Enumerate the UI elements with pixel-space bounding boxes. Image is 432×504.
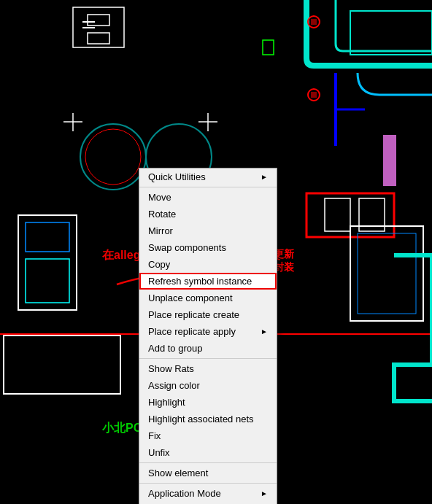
menu-item-highlight-associated[interactable]: Highlight associated nets [139,411,277,427]
menu-label: Highlight associated nets [148,414,254,424]
menu-separator-3 [139,462,277,463]
menu-item-place-replicate-create[interactable]: Place replicate create [139,306,277,323]
menu-label: Place replicate create [148,309,239,320]
menu-item-move[interactable]: Move [139,189,277,206]
menu-item-quick-utilities[interactable]: Quick Utilities ► [139,168,277,185]
menu-label: Unplace component [148,292,233,303]
context-menu: Quick Utilities ► Move Rotate Mirror Swa… [139,168,277,504]
menu-label: Copy [148,259,170,270]
svg-rect-10 [311,19,317,25]
svg-rect-16 [383,135,396,186]
menu-label: Show element [148,468,208,478]
menu-item-application-mode[interactable]: Application Mode ► [139,485,277,502]
menu-item-unfix[interactable]: Unfix [139,444,277,461]
menu-label: Assign color [148,380,200,391]
menu-label: Place replicate apply [148,326,236,337]
menu-item-unplace-component[interactable]: Unplace component [139,290,277,306]
submenu-arrow: ► [261,173,268,181]
menu-label: Application Mode [148,488,221,499]
menu-label: Move [148,192,171,203]
menu-label: Rotate [148,209,176,220]
menu-label: Unfix [148,447,170,458]
menu-item-highlight[interactable]: Highlight [139,394,277,411]
menu-label: Swap components [148,242,226,253]
menu-separator-2 [139,358,277,359]
submenu-arrow: ► [261,327,268,336]
menu-label: Fix [148,430,161,441]
menu-item-assign-color[interactable]: Assign color [139,377,277,394]
menu-item-place-replicate-apply[interactable]: Place replicate apply ► [139,323,277,340]
menu-label: Show Rats [148,363,194,374]
menu-item-refresh-symbol[interactable]: Refresh symbol instance [139,273,277,290]
menu-item-swap-components[interactable]: Swap components [139,239,277,256]
menu-item-copy[interactable]: Copy [139,256,277,273]
menu-item-show-rats[interactable]: Show Rats [139,360,277,377]
menu-label: Refresh symbol instance [148,276,252,287]
menu-item-mirror[interactable]: Mirror [139,222,277,239]
menu-item-show-element[interactable]: Show element [139,465,277,481]
submenu-arrow: ► [261,489,268,497]
menu-separator-1 [139,187,277,187]
menu-item-rotate[interactable]: Rotate [139,206,277,222]
menu-separator-4 [139,483,277,484]
menu-item-fix[interactable]: Fix [139,427,277,444]
menu-label: Quick Utilities [148,171,206,182]
menu-item-add-to-group[interactable]: Add to group [139,340,277,357]
menu-label: Add to group [148,343,202,354]
svg-rect-12 [311,92,317,98]
menu-label: Mirror [148,225,173,236]
menu-label: Highlight [148,397,185,408]
